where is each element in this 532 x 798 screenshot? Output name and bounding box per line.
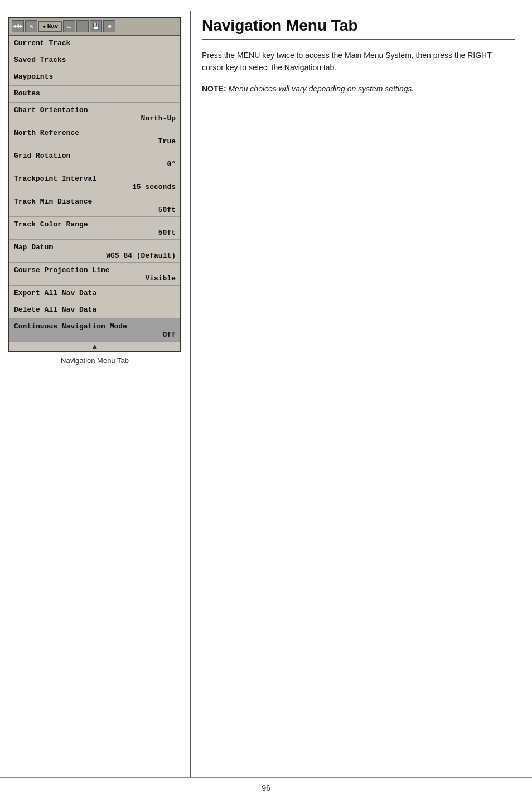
- menu-item[interactable]: Saved Tracks: [9, 52, 180, 69]
- icon-settings[interactable]: ⚙: [103, 20, 115, 32]
- menu-item-label: Current Track: [14, 39, 176, 47]
- menu-item[interactable]: Waypoints: [9, 69, 180, 86]
- page: ◀4► ✕ ✦ Nav ▭ ≡ 💾 ⚙ Current TrackSaved T…: [0, 0, 532, 798]
- content-area: ◀4► ✕ ✦ Nav ▭ ≡ 💾 ⚙ Current TrackSaved T…: [0, 0, 532, 777]
- icon-x[interactable]: ✕: [25, 20, 37, 32]
- menu-item-value: 50ft: [14, 229, 176, 237]
- nav-tab[interactable]: ✦ Nav: [38, 21, 62, 32]
- note-text: Menu choices will vary depending on syst…: [226, 84, 414, 93]
- menu-item-label: Export All Nav Data: [14, 289, 176, 297]
- menu-item[interactable]: Routes: [9, 86, 180, 103]
- note-paragraph: NOTE: Menu choices will vary depending o…: [202, 83, 515, 95]
- page-number: 96: [262, 784, 270, 792]
- device-caption: Navigation Menu Tab: [61, 356, 129, 365]
- menu-item[interactable]: Grid Rotation0°: [9, 148, 180, 171]
- star-icon: ✦: [42, 23, 46, 30]
- menu-item-label: Grid Rotation: [14, 152, 176, 160]
- section-title: Navigation Menu Tab: [202, 17, 515, 40]
- menu-item-label: Routes: [14, 89, 176, 98]
- menu-list: Current TrackSaved TracksWaypointsRoutes…: [9, 36, 180, 342]
- menu-item-label: Track Min Distance: [14, 197, 176, 206]
- menu-item-value: 15 seconds: [14, 183, 176, 191]
- device-screen: ◀4► ✕ ✦ Nav ▭ ≡ 💾 ⚙ Current TrackSaved T…: [8, 17, 181, 352]
- menu-item-value: 50ft: [14, 206, 176, 214]
- menu-item-label: Waypoints: [14, 72, 176, 81]
- menu-item-label: North Reference: [14, 129, 176, 137]
- note-label: NOTE:: [202, 84, 226, 93]
- left-panel: ◀4► ✕ ✦ Nav ▭ ≡ 💾 ⚙ Current TrackSaved T…: [0, 11, 190, 777]
- menu-item[interactable]: Chart OrientationNorth-Up: [9, 103, 180, 125]
- menu-item[interactable]: Continuous Navigation ModeOff: [9, 319, 180, 342]
- icon-save[interactable]: 💾: [90, 20, 102, 32]
- menu-item-label: Delete All Nav Data: [14, 306, 176, 314]
- menu-item[interactable]: Course Projection LineVisible: [9, 263, 180, 286]
- menu-item[interactable]: Trackpoint Interval15 seconds: [9, 171, 180, 194]
- menu-item-label: Track Color Range: [14, 220, 176, 229]
- menu-item-value: True: [14, 137, 176, 146]
- icon-back[interactable]: ◀4►: [12, 20, 24, 32]
- icon-page[interactable]: ▭: [63, 20, 75, 32]
- menu-item[interactable]: Track Color Range50ft: [9, 217, 180, 240]
- menu-item[interactable]: Track Min Distance50ft: [9, 194, 180, 217]
- toolbar-row: ◀4► ✕ ✦ Nav ▭ ≡ 💾 ⚙: [9, 18, 180, 36]
- nav-label: Nav: [47, 23, 59, 30]
- right-panel: Navigation Menu Tab Press the MENU key t…: [190, 11, 532, 777]
- scroll-up-arrow: ▲: [93, 342, 97, 351]
- menu-item-value: WGS 84 (Default): [14, 252, 176, 260]
- menu-item-label: Course Projection Line: [14, 266, 176, 274]
- menu-item-value: Visible: [14, 274, 176, 283]
- menu-item[interactable]: Export All Nav Data: [9, 286, 180, 302]
- menu-item[interactable]: Map DatumWGS 84 (Default): [9, 240, 180, 263]
- main-description: Press the MENU key twice to access the M…: [202, 49, 515, 74]
- menu-item-value: 0°: [14, 160, 176, 168]
- menu-item-label: Trackpoint Interval: [14, 175, 176, 183]
- menu-item-label: Continuous Navigation Mode: [14, 322, 176, 331]
- icon-menu[interactable]: ≡: [76, 20, 89, 32]
- menu-item[interactable]: North ReferenceTrue: [9, 125, 180, 148]
- menu-item-label: Chart Orientation: [14, 106, 176, 114]
- menu-item[interactable]: Delete All Nav Data: [9, 302, 180, 319]
- scroll-indicator: ▲: [9, 342, 180, 351]
- menu-item-value: Off: [14, 331, 176, 339]
- page-footer: 96: [0, 777, 532, 798]
- menu-item[interactable]: Current Track: [9, 36, 180, 52]
- menu-item-label: Saved Tracks: [14, 56, 176, 64]
- menu-item-value: North-Up: [14, 114, 176, 123]
- menu-item-label: Map Datum: [14, 243, 176, 252]
